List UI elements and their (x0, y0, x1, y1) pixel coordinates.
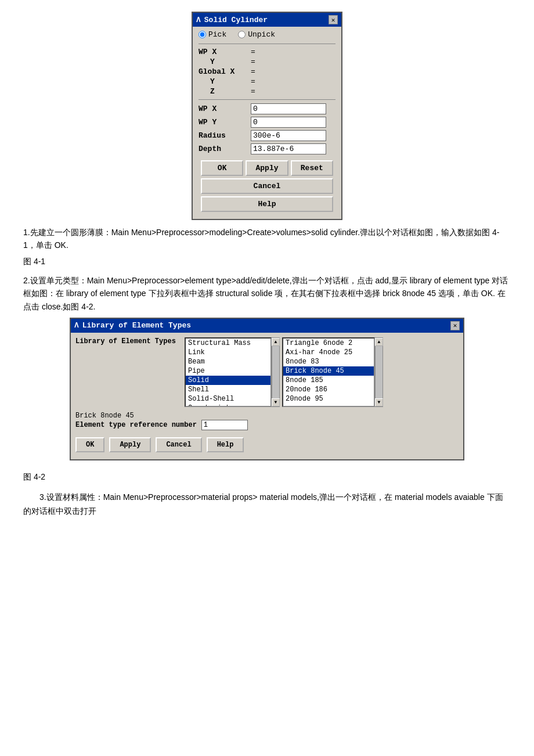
left-list-with-scroll: Structural Mass Link Beam Pipe Solid She… (185, 337, 280, 407)
list-item[interactable]: Structural Mass (186, 339, 270, 348)
help-button[interactable]: Help (201, 196, 333, 212)
pick-radio[interactable]: Pick (199, 30, 226, 39)
dialog-body: Pick Unpick WP X = Y = Global X (193, 27, 341, 219)
right-list-scrollbar[interactable]: ▲ ▼ (375, 337, 383, 407)
lib-buttons: OK Apply Cancel Help (75, 435, 459, 455)
ok-button[interactable]: OK (201, 160, 243, 176)
solid-cylinder-dialog-container: Λ Solid Cylinder ✕ Pick Unpick WP X (23, 12, 511, 220)
left-scroll-up[interactable]: ▲ (272, 338, 280, 346)
right-scroll-up[interactable]: ▲ (375, 338, 383, 346)
wp-y-input-label: WP Y (199, 118, 251, 127)
step2-text: 2.设置单元类型：Main Menu>Preprocessor>element … (23, 274, 511, 313)
y-equals: = (251, 57, 255, 66)
global-y-display-row: Y = (199, 77, 335, 86)
wp-x-input-row: WP X (199, 103, 335, 114)
pick-unpick-row: Pick Unpick (199, 30, 335, 39)
pick-label: Pick (208, 30, 226, 39)
wp-x-equals: = (251, 48, 255, 56)
right-list-with-scroll: Triangle 6node 2Axi-har 4node 25 8node 8… (282, 337, 383, 407)
list-item[interactable]: Triangle 6node 2 (283, 339, 374, 348)
element-type-left-list[interactable]: Structural Mass Link Beam Pipe Solid She… (185, 337, 272, 407)
unpick-radio[interactable]: Unpick (238, 30, 275, 39)
dialog-title: Solid Cylinder (204, 16, 268, 24)
radius-label: Radius (199, 131, 251, 140)
list-item[interactable]: Pipe (186, 366, 270, 376)
list-item[interactable]: 20node 95 (283, 394, 374, 404)
step3-text: 3.设置材料属性：Main Menu>Preprocessor>material… (23, 491, 511, 519)
left-list-scrollbar[interactable]: ▲ ▼ (272, 337, 280, 407)
lib-apply-button[interactable]: Apply (109, 437, 151, 452)
element-type-right-list[interactable]: Triangle 6node 2Axi-har 4node 25 8node 8… (282, 337, 375, 407)
list-item[interactable]: Solid (186, 376, 270, 385)
global-z-display-row: Z = (199, 87, 335, 96)
lib-dialog-container: Λ Library of Element Types ✕ Library of … (23, 318, 511, 466)
list-item[interactable]: Link (186, 348, 270, 357)
global-z-equals: = (251, 87, 255, 96)
lib-selected-type-text: Brick 8node 45 (75, 412, 459, 420)
list-item[interactable]: 8node 83 (283, 357, 374, 366)
coord-section: WP X = Y = Global X = Y = Z = (199, 44, 335, 96)
list-item[interactable]: 20node 186 (283, 385, 374, 394)
apply-button[interactable]: Apply (246, 160, 288, 176)
lib-ansys-logo-icon: Λ (74, 321, 79, 330)
lib-dialog-title: Library of Element Types (82, 321, 191, 330)
wp-y-input-row: WP Y (199, 117, 335, 128)
divider (199, 99, 335, 100)
list-item[interactable]: Shell (186, 385, 270, 394)
ansys-logo-icon: Λ (196, 16, 201, 24)
list-item[interactable]: 8node 185 (283, 376, 374, 385)
lib-cancel-button[interactable]: Cancel (156, 437, 201, 452)
cancel-button[interactable]: Cancel (201, 178, 333, 194)
global-z-label: Z (199, 87, 251, 96)
depth-label: Depth (199, 145, 251, 153)
global-y-label: Y (199, 77, 251, 86)
lib-element-types-dialog: Λ Library of Element Types ✕ Library of … (70, 318, 464, 460)
lib-lists: Structural Mass Link Beam Pipe Solid She… (185, 337, 459, 407)
wp-y-input[interactable] (251, 117, 326, 128)
list-item[interactable]: Brick 8node 45 (283, 366, 374, 376)
list-item[interactable]: Solid-Shell (186, 394, 270, 404)
global-x-equals: = (251, 67, 255, 76)
unpick-label: Unpick (248, 30, 275, 39)
dialog-close-button[interactable]: ✕ (329, 15, 338, 24)
wp-x-display-label: WP X (199, 48, 251, 56)
y-display-row: Y = (199, 57, 335, 66)
wp-x-input[interactable] (251, 103, 326, 114)
lib-section-label: Library of Element Types (75, 337, 180, 407)
left-scroll-down[interactable]: ▼ (272, 398, 280, 406)
list-item[interactable]: Beam (186, 357, 270, 366)
input-section: WP X WP Y Radius Depth (199, 103, 335, 154)
lib-dialog-close-button[interactable]: ✕ (450, 321, 460, 330)
lib-ref-row: Element type reference number (75, 420, 459, 430)
lib-help-button[interactable]: Help (207, 437, 244, 452)
global-x-display-row: Global X = (199, 67, 335, 76)
y-display-label: Y (199, 57, 251, 66)
pick-radio-input[interactable] (199, 31, 206, 38)
wp-x-input-label: WP X (199, 105, 251, 113)
lib-ref-input[interactable] (201, 420, 248, 430)
step1-text: 1.先建立一个圆形薄膜：Main Menu>Preprocessor>model… (23, 226, 511, 252)
right-scroll-down[interactable]: ▼ (375, 398, 383, 406)
figure2-label: 图 4-2 (23, 472, 511, 483)
lib-ok-button[interactable]: OK (75, 437, 104, 452)
lib-ref-label: Element type reference number (75, 421, 197, 429)
global-x-label: Global X (199, 67, 251, 76)
lib-titlebar: Λ Library of Element Types ✕ (71, 319, 463, 333)
dialog-buttons: OK Apply Reset Cancel Help (199, 157, 335, 215)
radius-input-row: Radius (199, 130, 335, 141)
wp-x-display-row: WP X = (199, 48, 335, 56)
figure1-label: 图 4-1 (23, 257, 511, 267)
list-item[interactable]: Constraint (186, 404, 270, 407)
solid-cylinder-dialog: Λ Solid Cylinder ✕ Pick Unpick WP X (192, 12, 342, 220)
radius-input[interactable] (251, 130, 326, 141)
unpick-radio-input[interactable] (238, 31, 246, 38)
lib-dialog-body: Library of Element Types Structural Mass… (71, 333, 463, 459)
global-y-equals: = (251, 77, 255, 86)
dialog-titlebar: Λ Solid Cylinder ✕ (193, 13, 341, 27)
depth-input[interactable] (251, 143, 326, 154)
depth-input-row: Depth (199, 143, 335, 154)
lib-top-section: Library of Element Types Structural Mass… (75, 337, 459, 407)
list-item[interactable]: Axi-har 4node 25 (283, 348, 374, 357)
reset-button[interactable]: Reset (291, 160, 333, 176)
